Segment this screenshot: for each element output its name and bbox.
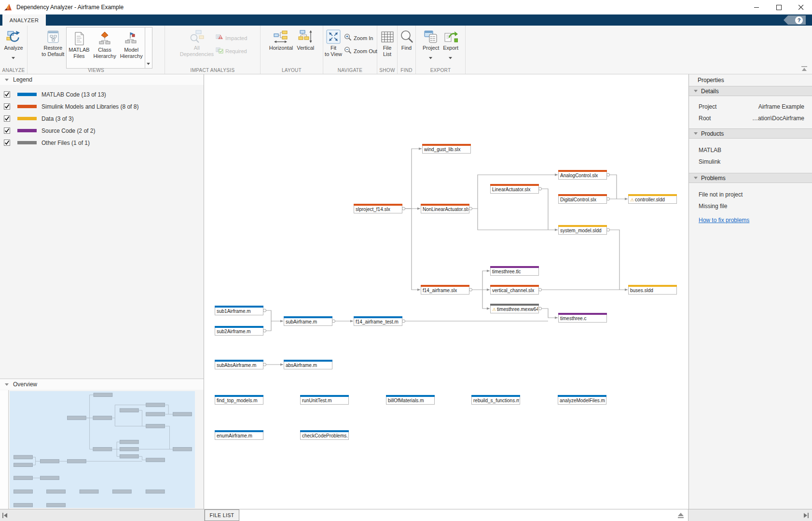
button-zoom-out[interactable]: Zoom Out — [344, 46, 377, 56]
node-label: AnalogControl.slx — [560, 173, 606, 178]
minimize-button[interactable] — [745, 0, 768, 14]
maximize-button[interactable] — [768, 0, 790, 14]
node-rununittest-m[interactable]: runUnitTest.m — [300, 395, 349, 405]
node-slproject-f14-slx[interactable]: slproject_f14.slx — [354, 204, 402, 213]
button-label: Model — [124, 47, 138, 53]
button-find[interactable]: Find — [398, 26, 416, 51]
all-dependencies-icon — [190, 28, 204, 45]
node-enumairframe-m[interactable]: enumAirframe.m — [215, 430, 263, 440]
node-absairframe-m[interactable]: absAirframe.m — [284, 360, 332, 369]
toolbar-group-title: FIND — [398, 68, 415, 73]
node-analogcontrol-slx[interactable]: AnalogControl.slx — [558, 170, 607, 180]
how-to-fix-problems-link[interactable]: How to fix problems — [699, 217, 749, 224]
node-category-bar — [284, 360, 332, 362]
node-digitalcontrol-slx[interactable]: DigitalControl.slx — [558, 194, 607, 204]
button-model-hierarchy[interactable]: ModelHierarchy — [118, 28, 145, 68]
node-category-bar — [490, 285, 539, 287]
node-linearactuator-slx[interactable]: LinearActuator.slx — [490, 184, 539, 194]
model-hierarchy-icon — [124, 30, 138, 47]
node-wind-gust-lib-slx[interactable]: wind_gust_lib.slx — [422, 144, 471, 154]
node-label: buses.sldd — [630, 288, 676, 293]
button-vertical[interactable]: Vertical — [295, 26, 316, 51]
node-checkcodeproblems-m[interactable]: checkCodeProblems.m — [300, 430, 349, 440]
button-project[interactable]: Project — [421, 26, 441, 55]
node-subairframe-m[interactable]: subAirframe.m — [284, 316, 332, 326]
legend-checkbox[interactable] — [4, 103, 10, 110]
node-sub1airframe-m[interactable]: sub1Airframe.m — [215, 306, 263, 315]
overview-minimap[interactable] — [0, 390, 204, 509]
node-category-bar — [628, 285, 677, 287]
collapse-ribbon-button[interactable] — [800, 65, 808, 72]
node-category-bar — [490, 266, 539, 268]
toolbar-group-export: ProjectExportEXPORT — [416, 26, 466, 74]
node-f14-airframe-slx[interactable]: f14_airframe.slx — [421, 285, 469, 295]
views-more-dropdown[interactable] — [145, 27, 152, 69]
tab-analyzer[interactable]: ANALYZER — [2, 14, 46, 26]
property-row-root: Root…ation\DocAirframe — [689, 113, 812, 124]
window-title: Dependency Analyzer - Airframe Example — [16, 4, 124, 11]
bottom-scroll-strip[interactable] — [0, 509, 205, 521]
node-analyzemodelfiles-m[interactable]: analyzeModelFiles.m — [558, 395, 606, 405]
button-label: File — [383, 45, 392, 51]
node-f14-airframe-test-m[interactable]: f14_airframe_test.m — [354, 316, 402, 326]
node-label: DigitalControl.slx — [560, 197, 606, 202]
button-file-list[interactable]: FileList — [378, 26, 397, 57]
button-class-hierarchy[interactable]: ClassHierarchy — [92, 28, 118, 68]
button-export[interactable]: Export — [441, 26, 460, 55]
toolbar-group-navigate: Fitto ViewZoom InZoom OutNAVIGATE — [323, 26, 377, 74]
node-timesthree-tlc[interactable]: timesthree.tlc — [490, 266, 539, 276]
legend-checkbox[interactable] — [4, 115, 10, 122]
node-category-bar — [490, 304, 539, 306]
button-matlab-files[interactable]: MATLABFiles — [67, 28, 91, 68]
help-button[interactable]: ? — [784, 15, 806, 25]
properties-section-problems[interactable]: Problems — [689, 173, 812, 183]
skip-right-icon[interactable] — [802, 512, 809, 519]
dependency-graph-canvas[interactable]: wind_gust_lib.slxslproject_f14.slxNonLin… — [204, 74, 688, 509]
node-label: wind_gust_lib.slx — [424, 147, 470, 152]
node-category-bar — [421, 204, 469, 206]
skip-left-icon[interactable] — [2, 512, 9, 519]
button-restore-to-default[interactable]: Restoreto Default — [40, 26, 66, 57]
legend-checkbox[interactable] — [4, 127, 10, 134]
eject-panel-icon[interactable] — [677, 512, 684, 519]
node-system-model-sldd[interactable]: system_model.sldd — [558, 225, 607, 235]
legend-color-bar — [17, 93, 37, 96]
title-bar: Dependency Analyzer - Airframe Example — [0, 0, 812, 14]
node-find-top-models-m[interactable]: find_top_models.m — [215, 395, 263, 405]
node-sub2airframe-m[interactable]: sub2Airframe.m — [215, 326, 263, 336]
button-zoom-in[interactable]: Zoom In — [344, 33, 377, 43]
legend-header[interactable]: Legend — [0, 74, 204, 85]
collapse-triangle-icon — [5, 79, 9, 81]
node-label: checkCodeProblems.m — [302, 433, 348, 438]
tab-file-list[interactable]: FILE LIST — [205, 509, 239, 521]
node-nonlinearactuator-slx[interactable]: NonLinearActuator.slx — [421, 204, 469, 213]
node-controller-sldd[interactable]: ⚠controller.sldd — [628, 194, 677, 204]
button-fit-to-view[interactable]: Fitto View — [323, 26, 344, 57]
properties-section-details[interactable]: Details — [689, 86, 812, 96]
property-value: Airframe Example — [758, 103, 804, 110]
legend-checkbox[interactable] — [4, 91, 10, 98]
overview-header[interactable]: Overview — [0, 379, 204, 390]
button-horizontal[interactable]: Horizontal — [267, 26, 295, 51]
close-button[interactable] — [790, 0, 812, 14]
toolbar-group-title: NAVIGATE — [323, 68, 377, 73]
legend-label: MATLAB Code (13 of 13) — [41, 91, 106, 98]
section-item-file-not-in-project: File not in project — [689, 189, 812, 200]
button-label: Fit — [330, 45, 336, 51]
toolbar-small-stack: ImpactedRequired — [216, 26, 247, 56]
node-timesthree-mexw64[interactable]: ⚠timesthree.mexw64 — [490, 304, 539, 313]
legend-items: MATLAB Code (13 of 13)Simulink Models an… — [0, 85, 204, 149]
node-buses-sldd[interactable]: buses.sldd — [628, 285, 677, 295]
legend-checkbox[interactable] — [4, 140, 10, 146]
properties-section-products[interactable]: Products — [689, 128, 812, 139]
node-label: absAirframe.m — [286, 363, 331, 368]
property-label: Project — [699, 103, 716, 110]
node-billofmaterials-m[interactable]: billOfMaterials.m — [386, 395, 435, 405]
node-timesthree-c[interactable]: timesthree.c — [558, 313, 607, 323]
button-analyze[interactable]: Analyze — [2, 26, 25, 55]
node-vertical-channel-slx[interactable]: vertical_channel.slx — [490, 285, 539, 295]
legend-label: Data (3 of 3) — [41, 115, 74, 122]
collapse-triangle-icon — [694, 132, 698, 135]
node-rebuild-s-functions-m[interactable]: rebuild_s_functions.m — [471, 395, 520, 405]
node-subabsairframe-m[interactable]: subAbsAirframe.m — [215, 360, 263, 369]
